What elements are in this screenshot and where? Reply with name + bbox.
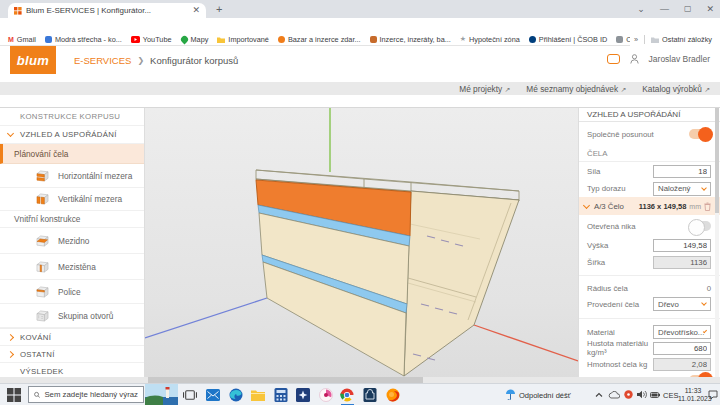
bookmark-bazar[interactable]: Bazar a inzerce zdar... — [278, 35, 361, 44]
weather-text[interactable]: Odpolední déšť — [519, 391, 571, 400]
link-my-projects[interactable]: Mé projekty ↗ — [459, 84, 510, 94]
bookmark-importovane[interactable]: Importované — [217, 35, 269, 44]
cabinet-hole-group-icon — [36, 310, 49, 322]
sidebar-item-skupina-otvoru[interactable]: Skupina otvorů — [0, 304, 144, 328]
window-minimize-button[interactable]: — — [660, 4, 669, 14]
breadcrumb-service[interactable]: E-SERVICES — [74, 55, 131, 66]
sidebar-item-vertikalni-mezera[interactable]: Vertikální mezera — [0, 188, 144, 211]
user-name[interactable]: Jaroslav Bradler — [649, 54, 710, 64]
cabinet-shelf-icon — [36, 286, 49, 298]
new-tab-button[interactable]: + — [216, 3, 222, 15]
front-weight-label: Hmotnost čela kg — [587, 360, 647, 369]
window-close-button[interactable]: ✕ — [706, 4, 714, 14]
onedrive-icon[interactable] — [608, 391, 620, 399]
browser-address-bar: ← → ⟳ e-services.blum.com/main/#/PAI010 … — [0, 18, 720, 33]
screen: Blum E-SERVICES | Konfigurátor... ✕ + ⌄ … — [0, 0, 720, 405]
mail-app-icon[interactable] — [206, 388, 220, 402]
bookmark-hypotecni-zona[interactable]: ★Hypoteční zóna — [460, 35, 520, 44]
feedback-chat-icon[interactable] — [607, 54, 620, 64]
material-select[interactable]: Dřevotřísko... — [653, 325, 711, 339]
edge-browser-icon[interactable] — [229, 388, 243, 402]
cabinet-3d-render — [145, 108, 578, 383]
sidebar-item-konstrukce[interactable]: KONSTRUKCE KORPUSU — [0, 108, 144, 126]
link-order-lists[interactable]: Mé seznamy objednávek ↗ — [526, 84, 626, 94]
app-header: blum E-SERVICES ❯ Konfigurátor korpusů J… — [0, 46, 720, 82]
bookmark-inzerce[interactable]: Inzerce, inzeráty, ba... — [370, 35, 451, 44]
front-item-size: 1136 x 149,58 — [639, 202, 687, 211]
other-bookmarks-button[interactable]: Ostatní záložky — [651, 35, 712, 44]
stop-type-label: Typ dorazu — [587, 184, 626, 193]
chrome-browser-icon[interactable] — [340, 388, 354, 402]
store-app-icon[interactable] — [363, 388, 377, 402]
taskbar-search[interactable]: Sem zadejte hledaný výraz — [28, 386, 144, 403]
file-explorer-icon[interactable] — [251, 388, 265, 402]
open-niche-toggle[interactable] — [689, 221, 711, 231]
sidebar-item-ostatni[interactable]: OSTATNÍ — [0, 346, 144, 363]
link-product-catalog[interactable]: Katalog výrobků ↗ — [642, 84, 710, 94]
axis-x-blue — [145, 298, 267, 338]
row-front-item[interactable]: A/3 Čelo 1136 x 149,58mm — [579, 197, 720, 215]
bookmark-modra-strecha[interactable]: Modrá střecha - ko... — [45, 35, 122, 44]
move-together-toggle[interactable] — [689, 129, 711, 139]
calculator-app-icon[interactable] — [274, 388, 288, 402]
sidebar-item-police[interactable]: Police — [0, 280, 144, 304]
sidebar-item-mezidno[interactable]: Mezidno — [0, 228, 144, 254]
antivirus-icon[interactable] — [624, 390, 633, 399]
row-open-niche: Otevřená nika — [579, 215, 720, 237]
bookmark-gmail[interactable]: MGmail — [8, 35, 36, 44]
row-front-weight: Hmotnost čela kg — [579, 356, 720, 372]
thickness-label: Síla — [587, 167, 600, 176]
bookmark-csob-id[interactable]: Přihlášení | ČSOB ID — [529, 35, 607, 44]
action-center-icon[interactable] — [708, 390, 718, 400]
panel-scrollbar[interactable] — [715, 108, 719, 383]
csob-icon — [529, 36, 536, 43]
tab-search-chevron-icon[interactable]: ⌄ — [637, 4, 645, 14]
properties-panel: VZHLED A USPOŘÁDÁNÍ Společně posunout ČE… — [578, 108, 720, 383]
search-highlight-image[interactable] — [145, 384, 178, 405]
window-maximize-button[interactable]: ▢ — [684, 4, 692, 13]
row-density: Hustota materiálu kg/m³ — [579, 340, 720, 356]
browser-tab[interactable]: Blum E-SERVICES | Konfigurátor... ✕ — [8, 3, 206, 18]
radius-value: 0 — [707, 284, 711, 293]
firefox-browser-icon[interactable] — [386, 388, 400, 402]
bookmark-mapy[interactable]: Mapy — [181, 35, 209, 44]
start-button[interactable] — [7, 388, 21, 402]
star-icon: ★ — [460, 35, 466, 43]
front-finish-select[interactable]: Dřevo — [653, 297, 711, 311]
height-label: Výška — [587, 241, 608, 250]
3d-viewport[interactable] — [145, 108, 578, 383]
trash-icon[interactable] — [704, 202, 711, 211]
weather-icon[interactable] — [505, 389, 516, 400]
height-input[interactable] — [653, 239, 711, 252]
tab-close-icon[interactable]: ✕ — [192, 6, 200, 15]
sidebar-item-horizontalni-mezera[interactable]: Horizontální mezera — [0, 164, 144, 188]
bookmarks-more-icon[interactable]: » — [634, 35, 638, 44]
chevron-down-icon — [701, 300, 707, 306]
keyboard-language[interactable]: CES — [663, 391, 678, 400]
density-input[interactable] — [653, 342, 711, 355]
browser-tab-strip: Blum E-SERVICES | Konfigurátor... ✕ + ⌄ … — [0, 0, 720, 18]
thickness-input[interactable] — [653, 165, 711, 178]
battery-icon[interactable] — [650, 392, 660, 398]
density-label: Hustota materiálu kg/m³ — [587, 339, 653, 357]
blum-logo[interactable]: blum — [10, 46, 56, 74]
divider — [579, 275, 720, 276]
sidebar-item-planovani-cela[interactable]: Plánování čela — [0, 144, 144, 164]
folder-icon — [217, 36, 225, 43]
sidebar-item-vzhled[interactable]: VZHLED A USPOŘÁDÁNÍ — [0, 126, 144, 144]
radius-label: Rádius čela — [587, 284, 628, 293]
tray-clock[interactable]: 11:33 11.01.2023 — [678, 387, 708, 403]
tray-expand-icon[interactable] — [595, 392, 603, 398]
panel-scrollbar-thumb[interactable] — [715, 108, 719, 213]
volume-icon[interactable] — [637, 390, 647, 399]
sidebar-item-kovani[interactable]: KOVÁNÍ — [0, 328, 144, 346]
tab-title: Blum E-SERVICES | Konfigurátor... — [26, 6, 188, 15]
bazar-icon — [278, 36, 285, 43]
task-view-icon[interactable] — [183, 388, 197, 402]
photos-app-icon[interactable] — [296, 388, 310, 402]
stop-type-select[interactable]: Naložený — [653, 182, 711, 196]
bookmark-youtube[interactable]: YouTube — [131, 35, 172, 44]
clock-time: 11:33 — [678, 387, 708, 395]
pink-circle-app-icon[interactable] — [319, 388, 333, 402]
sidebar-item-mezistena[interactable]: Mezistěna — [0, 254, 144, 280]
